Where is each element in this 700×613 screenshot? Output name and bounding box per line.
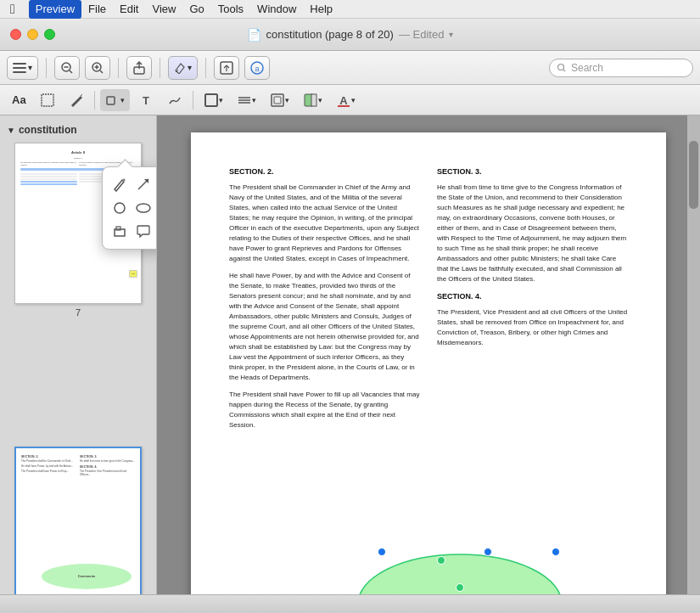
sidebar-toggle-button[interactable]: ▾: [7, 56, 38, 80]
search-box[interactable]: Search: [549, 59, 693, 77]
menu-file[interactable]: File: [81, 0, 113, 19]
shape-button[interactable]: ▾: [100, 89, 130, 111]
sidebar-dropdown-icon: ▾: [28, 63, 32, 72]
thumbnail-page8[interactable]: SECTION. 2. The President shall be Comma…: [0, 441, 156, 613]
main-toolbar: ▾ ▾: [0, 51, 700, 85]
markup-button[interactable]: ▾: [168, 56, 198, 80]
small-rect-icon: [112, 224, 127, 239]
text-style-button[interactable]: A ▾: [331, 89, 361, 111]
svg-point-36: [137, 204, 150, 212]
arrow-icon: [136, 177, 151, 192]
speech-bubble-icon: [136, 224, 151, 239]
toolbar-separator-2: [118, 58, 119, 78]
sidebar-header[interactable]: ▼ constitution: [0, 122, 156, 138]
border-style-button[interactable]: ▾: [265, 89, 294, 111]
svg-rect-2: [13, 71, 26, 73]
title-text: constitution (page 8 of 20): [266, 28, 394, 41]
handle-top-center-left[interactable]: [437, 556, 445, 565]
menu-help[interactable]: Help: [303, 0, 339, 19]
svg-text:A: A: [339, 94, 348, 107]
svg-rect-18: [42, 94, 53, 106]
sign-button[interactable]: [162, 89, 188, 111]
minimize-button[interactable]: [27, 29, 38, 40]
shape-small-rect-button[interactable]: [109, 222, 130, 242]
zoom-out-button[interactable]: [54, 56, 80, 80]
svg-rect-1: [13, 67, 26, 69]
close-button[interactable]: [10, 29, 21, 40]
text-button[interactable]: T: [133, 89, 159, 111]
toolbar-separator-1: [46, 58, 47, 78]
svg-rect-27: [274, 97, 281, 104]
share-icon: [132, 61, 146, 75]
menu-go[interactable]: Go: [182, 0, 210, 19]
text-icon: T: [138, 93, 154, 108]
annotate-button[interactable]: a: [244, 56, 270, 80]
menu-tools[interactable]: Tools: [211, 0, 250, 19]
scrollbar-thumb[interactable]: [689, 141, 698, 209]
left-column: SECTION. 2. The President shall be Comma…: [229, 166, 420, 437]
toolbar-separator-4: [205, 58, 206, 78]
sidebar-icon: [13, 63, 26, 73]
pdf-content-area: SECTION. 2. The President shall be Comma…: [157, 115, 700, 613]
line-style-button[interactable]: ▾: [232, 89, 261, 111]
section3-text1: He shall from time to time give to the C…: [437, 183, 628, 284]
menu-view[interactable]: View: [145, 0, 182, 19]
sign-icon: [167, 93, 182, 108]
svg-rect-29: [311, 94, 316, 106]
right-column: SECTION. 3. He shall from time to time g…: [437, 166, 628, 437]
shape-speech-button[interactable]: [133, 222, 154, 242]
svg-text:a: a: [255, 65, 259, 73]
doc-icon: 📄: [247, 28, 261, 42]
traffic-lights: [10, 29, 55, 40]
toolbar2-separator-2: [193, 91, 193, 110]
menu-edit[interactable]: Edit: [113, 0, 145, 19]
dropdown-chevron-icon[interactable]: ▾: [449, 30, 453, 39]
rect-select-button[interactable]: [35, 89, 60, 111]
share-button[interactable]: [126, 56, 152, 80]
draw-button[interactable]: [64, 89, 89, 111]
handle-mid-center[interactable]: [456, 583, 464, 592]
border-icon: [204, 93, 219, 108]
shape-dropdown-icon: ▾: [120, 96, 125, 104]
apple-menu[interactable]: : [10, 2, 15, 17]
shape-ellipse-button[interactable]: [133, 198, 154, 218]
pen-icon: [112, 177, 127, 192]
edited-indicator: — Edited: [399, 28, 444, 41]
action-button[interactable]: [214, 56, 239, 80]
rect-select-icon: [40, 93, 55, 108]
font-button[interactable]: Aa: [7, 89, 31, 111]
menu-preview[interactable]: Preview: [29, 0, 81, 19]
thumb-wrap-8: SECTION. 2. The President shall be Comma…: [14, 447, 142, 608]
menu-window[interactable]: Window: [250, 0, 303, 19]
fill-icon: [303, 93, 318, 108]
thumb-content-8: SECTION. 2. The President shall be Comma…: [16, 448, 140, 606]
annotate-icon: a: [250, 61, 264, 75]
bottom-bar: [0, 594, 700, 613]
border-style-dropdown-icon: ▾: [285, 96, 289, 104]
shape-arrow-button[interactable]: [133, 174, 154, 194]
fullscreen-button[interactable]: [44, 29, 55, 40]
handle-top-center[interactable]: [484, 548, 492, 556]
section4-heading: SECTION. 4.: [437, 291, 628, 302]
svg-point-35: [115, 203, 125, 213]
sidebar-title: constitution: [19, 124, 77, 136]
svg-rect-26: [272, 94, 283, 106]
markup-dropdown-icon: ▾: [188, 63, 192, 72]
border-button[interactable]: ▾: [199, 89, 228, 111]
zoom-in-button[interactable]: [85, 56, 110, 80]
ellipse-icon: [136, 200, 151, 216]
svg-rect-0: [13, 63, 26, 65]
thumb-label-7: 7: [76, 307, 81, 318]
svg-rect-22: [205, 94, 217, 106]
shape-pen-button[interactable]: [109, 174, 130, 194]
circle-icon: [112, 200, 127, 216]
draw-icon: [69, 93, 84, 108]
handle-top-left[interactable]: [378, 548, 386, 556]
fill-button[interactable]: ▾: [298, 89, 328, 111]
handle-top-right[interactable]: [552, 548, 560, 556]
section2-heading: SECTION. 2.: [229, 166, 420, 177]
vertical-scrollbar[interactable]: [687, 115, 700, 613]
shape-circle-button[interactable]: [109, 198, 130, 218]
mac-menubar:  Preview File Edit View Go Tools Window…: [0, 0, 700, 19]
border-style-icon: [270, 93, 285, 108]
